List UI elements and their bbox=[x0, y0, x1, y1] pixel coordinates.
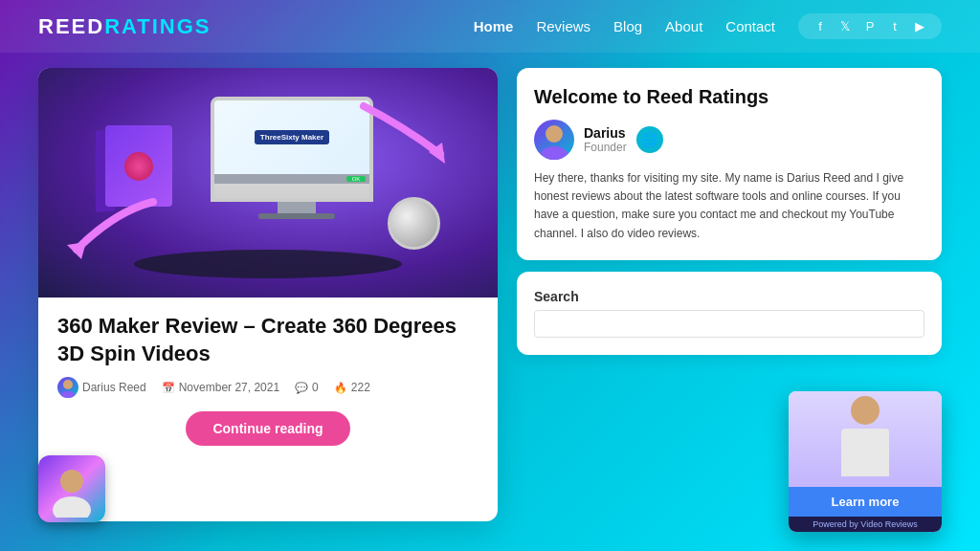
logo: ReedRatings bbox=[38, 14, 212, 39]
pinterest-icon[interactable]: P bbox=[861, 19, 879, 33]
search-label: Search bbox=[534, 289, 924, 304]
nav-reviews[interactable]: Reviews bbox=[536, 18, 590, 34]
person-head bbox=[851, 396, 880, 425]
video-thumbnail bbox=[789, 391, 942, 487]
nav-about[interactable]: About bbox=[665, 18, 702, 34]
date-meta: 📅 November 27, 2021 bbox=[162, 381, 279, 394]
arrow-left bbox=[57, 192, 172, 269]
article-title: 360 Maker Review – Create 360 Degrees 3D… bbox=[57, 313, 479, 367]
twitter-icon[interactable]: 𝕏 bbox=[836, 19, 854, 33]
author-bio: Hey there, thanks for visiting my site. … bbox=[534, 169, 924, 243]
svg-point-3 bbox=[60, 391, 76, 398]
article-meta: Darius Reed 📅 November 27, 2021 💬 0 🔥 22… bbox=[57, 377, 479, 398]
svg-point-2 bbox=[63, 380, 73, 389]
author-avatar bbox=[534, 120, 574, 160]
article-image: ThreeSixty Maker OK bbox=[38, 68, 498, 298]
views-meta: 🔥 222 bbox=[334, 381, 370, 394]
stage-platform bbox=[134, 250, 402, 278]
author-name: Darius Reed bbox=[82, 381, 146, 394]
search-input[interactable] bbox=[534, 310, 924, 338]
author-info: Darius Founder bbox=[584, 125, 627, 154]
article-body: 360 Maker Review – Create 360 Degrees 3D… bbox=[38, 298, 498, 521]
svg-point-6 bbox=[60, 470, 83, 493]
sidebar-author-role: Founder bbox=[584, 141, 627, 154]
nav-home[interactable]: Home bbox=[474, 18, 514, 34]
author-avatar-small bbox=[57, 377, 78, 398]
comments-count: 0 bbox=[312, 381, 319, 394]
bottom-left-avatar bbox=[38, 455, 105, 522]
calendar-icon: 📅 bbox=[162, 382, 175, 394]
continue-reading-button[interactable]: Continue reading bbox=[186, 411, 349, 446]
facebook-icon[interactable]: f bbox=[812, 19, 829, 33]
person-figure bbox=[836, 396, 894, 482]
nav-contact[interactable]: Contact bbox=[725, 18, 775, 34]
header: ReedRatings Home Reviews Blog About Cont… bbox=[0, 0, 980, 53]
search-card: Search bbox=[517, 272, 942, 355]
tumblr-icon[interactable]: t bbox=[886, 19, 903, 33]
powered-by-text: Powered by Video Reviews bbox=[789, 517, 942, 532]
video-widget: Learn more Powered by Video Reviews bbox=[789, 391, 942, 532]
social-icons-group: f 𝕏 P t ▶ bbox=[798, 13, 942, 39]
nav-blog[interactable]: Blog bbox=[613, 18, 642, 34]
comments-meta: 💬 0 bbox=[295, 381, 319, 394]
fire-icon: 🔥 bbox=[334, 382, 347, 394]
svg-marker-0 bbox=[67, 242, 86, 259]
comment-icon: 💬 bbox=[295, 382, 308, 394]
camera-360 bbox=[388, 197, 440, 250]
globe-button[interactable]: 🌐 bbox=[636, 126, 663, 153]
video-person bbox=[789, 391, 942, 487]
article-card: ThreeSixty Maker OK bbox=[38, 68, 498, 521]
learn-more-button[interactable]: Learn more bbox=[789, 487, 942, 517]
main-nav: Home Reviews Blog About Contact f 𝕏 P t … bbox=[474, 13, 942, 39]
svg-point-5 bbox=[540, 146, 568, 160]
person-body bbox=[841, 429, 889, 476]
welcome-card: Welcome to Reed Ratings Darius Founder 🌐… bbox=[517, 68, 942, 260]
article-date: November 27, 2021 bbox=[179, 381, 279, 394]
arrow-right bbox=[354, 97, 450, 173]
sidebar-author-name: Darius bbox=[584, 125, 627, 141]
views-count: 222 bbox=[351, 381, 370, 394]
welcome-title: Welcome to Reed Ratings bbox=[534, 85, 924, 108]
threesixty-badge: ThreeSixty Maker bbox=[255, 130, 329, 144]
author-meta: Darius Reed bbox=[57, 377, 146, 398]
svg-point-4 bbox=[546, 125, 563, 143]
youtube-icon[interactable]: ▶ bbox=[911, 19, 928, 33]
author-row: Darius Founder 🌐 bbox=[534, 120, 924, 160]
svg-point-7 bbox=[53, 496, 91, 518]
